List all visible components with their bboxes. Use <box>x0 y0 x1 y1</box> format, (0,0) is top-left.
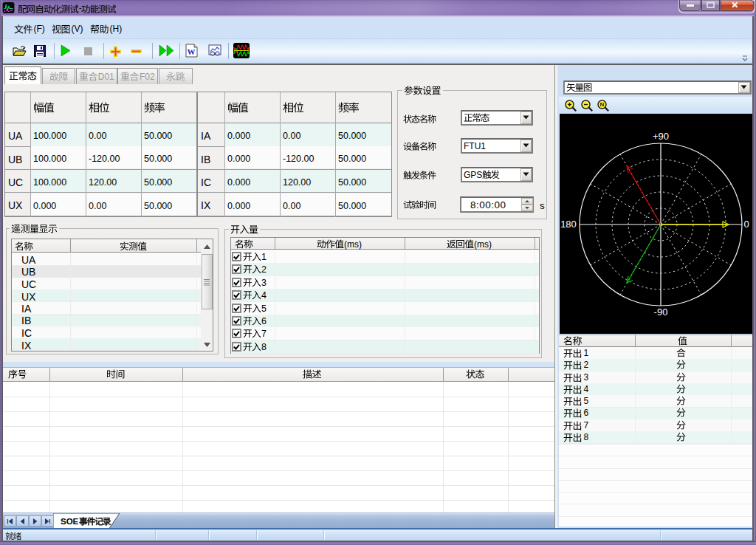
svg-text:-90: -90 <box>654 306 668 318</box>
svg-text:N: N <box>600 101 605 108</box>
svg-text:0: 0 <box>743 219 749 230</box>
svg-text:+90: +90 <box>653 131 669 142</box>
svg-text:180: 180 <box>560 219 577 230</box>
svg-text:W: W <box>188 47 196 56</box>
